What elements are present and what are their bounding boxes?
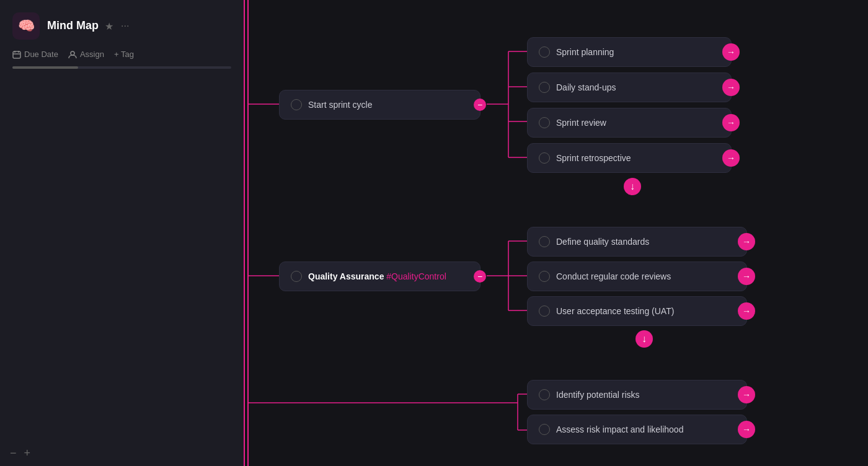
svg-rect-0 — [13, 51, 20, 58]
identify-risks-node: Identify potential risks → — [527, 380, 747, 410]
app-header: 🧠 Mind Map ★ ··· — [12, 12, 231, 40]
define-quality-checkbox[interactable] — [539, 236, 550, 247]
identify-risks-checkbox[interactable] — [539, 389, 550, 400]
sprint-retrospective-arrow[interactable]: → — [722, 149, 740, 167]
sprint-review-checkbox[interactable] — [539, 117, 550, 128]
star-button[interactable]: ★ — [104, 19, 115, 33]
qa-node: Quality Assurance #QualityControl − — [279, 262, 480, 291]
progress-bar-container — [12, 66, 231, 69]
code-reviews-arrow[interactable]: → — [738, 268, 755, 285]
sprint-cycle-collapse-btn[interactable]: − — [474, 99, 486, 111]
daily-standups-node: Daily stand-ups → — [527, 73, 732, 102]
identify-risks-arrow[interactable]: → — [738, 386, 755, 403]
sprint-planning-node: Sprint planning → — [527, 37, 732, 67]
uat-node: User acceptance testing (UAT) → — [527, 296, 747, 326]
uat-checkbox[interactable] — [539, 306, 550, 317]
sprint-cycle-node: Start sprint cycle − — [279, 90, 480, 120]
assess-risk-arrow[interactable]: → — [738, 421, 755, 438]
sprint-retrospective-node: Sprint retrospective → — [527, 143, 732, 173]
brain-icon: 🧠 — [12, 12, 40, 40]
sprint-review-node: Sprint review → — [527, 108, 732, 138]
due-date-button[interactable]: Due Date — [12, 50, 58, 59]
tag-label: + Tag — [114, 50, 134, 59]
code-reviews-checkbox[interactable] — [539, 271, 550, 282]
sprint-review-label: Sprint review — [556, 118, 606, 128]
due-date-label: Due Date — [24, 50, 58, 59]
assess-risk-label: Assess risk impact and likelihood — [556, 424, 683, 434]
define-quality-label: Define quality standards — [556, 237, 649, 247]
qa-checkbox[interactable] — [291, 271, 302, 282]
qa-label: Quality Assurance #QualityControl — [308, 271, 446, 281]
sprint-retrospective-checkbox[interactable] — [539, 152, 550, 164]
sprint-cycle-label: Start sprint cycle — [308, 100, 372, 110]
assign-label: Assign — [80, 50, 104, 59]
qa-tag: #QualityControl — [386, 271, 446, 281]
sprint-add-child-btn[interactable]: ↓ — [624, 178, 641, 195]
uat-arrow[interactable]: → — [738, 302, 755, 320]
svg-point-4 — [71, 51, 74, 55]
sprint-retrospective-label: Sprint retrospective — [556, 153, 631, 163]
assess-risk-node: Assess risk impact and likelihood → — [527, 415, 747, 444]
sprint-review-arrow[interactable]: → — [722, 114, 740, 131]
bottom-bar: − + — [0, 440, 40, 466]
daily-standups-arrow[interactable]: → — [722, 79, 740, 96]
progress-bar — [12, 66, 78, 69]
canvas: Start sprint cycle − Sprint planning → D… — [245, 0, 868, 466]
app-title: Mind Map — [47, 19, 99, 32]
daily-standups-checkbox[interactable] — [539, 82, 550, 93]
sprint-cycle-checkbox[interactable] — [291, 99, 302, 110]
sprint-planning-arrow[interactable]: → — [722, 43, 740, 61]
define-quality-arrow[interactable]: → — [738, 233, 755, 250]
tag-button[interactable]: + Tag — [114, 50, 134, 59]
identify-risks-label: Identify potential risks — [556, 390, 640, 400]
code-reviews-label: Conduct regular code reviews — [556, 271, 671, 281]
daily-standups-label: Daily stand-ups — [556, 82, 616, 92]
sprint-planning-checkbox[interactable] — [539, 46, 550, 58]
app-title-area: Mind Map ★ ··· — [47, 19, 231, 33]
sidebar: 🧠 Mind Map ★ ··· Due Date Assi — [0, 0, 245, 466]
assess-risk-checkbox[interactable] — [539, 424, 550, 435]
qa-collapse-btn[interactable]: − — [474, 270, 486, 283]
assign-button[interactable]: Assign — [68, 50, 104, 59]
zoom-out-button[interactable]: − — [10, 447, 17, 459]
sprint-planning-label: Sprint planning — [556, 47, 614, 57]
more-button[interactable]: ··· — [120, 19, 130, 33]
qa-add-child-btn[interactable]: ↓ — [636, 330, 653, 348]
toolbar: Due Date Assign + Tag — [12, 50, 231, 59]
uat-label: User acceptance testing (UAT) — [556, 306, 674, 316]
define-quality-node: Define quality standards → — [527, 227, 747, 257]
zoom-in-button[interactable]: + — [24, 447, 31, 459]
code-reviews-node: Conduct regular code reviews → — [527, 262, 747, 291]
